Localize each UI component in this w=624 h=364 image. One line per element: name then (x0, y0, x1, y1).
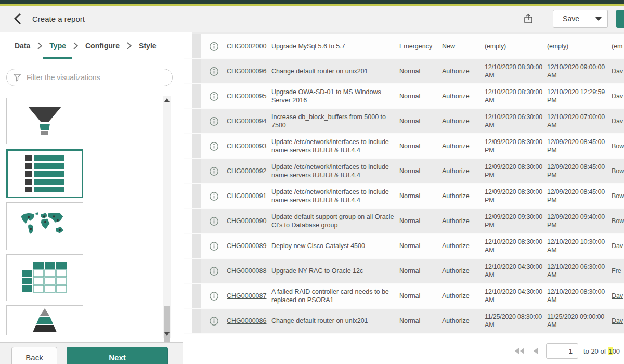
table-row[interactable]: CHG0002000 Upgrade MySql 5.6 to 5.7 Emer… (184, 34, 624, 59)
assigned-to-link[interactable]: Dav (612, 93, 624, 100)
info-button[interactable] (201, 141, 227, 151)
priority-cell: Normal (399, 292, 436, 300)
assigned-to-link[interactable]: Dav (612, 317, 624, 324)
triangle-left-icon (532, 347, 539, 355)
info-button[interactable] (201, 191, 227, 201)
row-gutter (192, 134, 201, 158)
table-row[interactable]: CHG0000086 Change default router on unix… (184, 309, 624, 334)
table-row[interactable]: CHG0000089 Deploy new Cisco Catalyst 450… (184, 234, 624, 259)
list-icon (25, 155, 64, 192)
back-button[interactable]: Back (11, 347, 57, 364)
start-date-cell: 12/10/2020 08:30:00 AM (485, 88, 546, 105)
info-circle-icon (209, 116, 219, 126)
state-cell: Authorize (442, 192, 478, 200)
change-number-link[interactable]: CHG0000090 (227, 217, 271, 225)
assigned-to-link[interactable]: Dav (612, 118, 624, 125)
change-number-link[interactable]: CHG0000094 (227, 118, 271, 125)
save-dropdown-button[interactable] (589, 10, 608, 28)
info-button[interactable] (201, 42, 227, 51)
step-type[interactable]: Type (49, 42, 66, 50)
info-button[interactable] (201, 216, 227, 226)
info-button[interactable] (201, 291, 227, 301)
filter-input[interactable] (27, 73, 166, 82)
assigned-to-link[interactable]: Fre (612, 267, 624, 275)
save-split-button: Save (553, 10, 608, 28)
row-gutter (192, 84, 201, 108)
change-number-link[interactable]: CHG0000088 (227, 267, 271, 275)
table-row[interactable]: CHG0000087 A failed RAID controller card… (184, 284, 624, 309)
state-cell: Authorize (442, 93, 478, 100)
state-cell: Authorize (442, 167, 478, 175)
run-button-partial[interactable] (616, 10, 624, 28)
page-number-input[interactable] (546, 343, 578, 359)
step-data[interactable]: Data (15, 42, 30, 50)
assigned-to-link[interactable]: Dav (612, 292, 624, 300)
share-button[interactable] (519, 10, 537, 28)
table-row[interactable]: CHG0000095 Upgrade OWA-SD-01 to MS Windo… (184, 84, 624, 109)
start-date-cell: 12/09/2020 09:30:00 PM (485, 213, 546, 229)
back-arrow-button[interactable] (7, 8, 28, 29)
assigned-to-link[interactable]: Bow (612, 192, 624, 200)
row-gutter (192, 34, 201, 58)
table-row[interactable]: CHG0000093 Update /etc/network/interface… (184, 134, 624, 159)
state-cell: New (442, 43, 478, 50)
info-circle-icon (209, 241, 219, 251)
change-number-link[interactable]: CHG0000092 (227, 167, 271, 175)
change-number-link[interactable]: CHG0000089 (227, 242, 271, 250)
state-cell: Authorize (442, 68, 478, 75)
table-row[interactable]: CHG0000091 Update /etc/network/interface… (184, 184, 624, 209)
assigned-to-link[interactable]: Bow (612, 167, 624, 175)
row-gutter (192, 309, 201, 333)
short-description-cell: Deploy new Cisco Catalyst 4500 (271, 242, 396, 250)
table-row[interactable]: CHG0000096 Change default router on unix… (184, 59, 624, 84)
viz-scrollbar[interactable] (163, 96, 171, 338)
change-number-link[interactable]: CHG0000087 (227, 292, 271, 300)
viz-world-map[interactable] (6, 202, 83, 250)
assigned-to-link[interactable]: (em (612, 43, 624, 50)
table-row[interactable]: CHG0000094 Increase db_block_buffers fro… (184, 109, 624, 134)
table-row[interactable]: CHG0000092 Update /etc/network/interface… (184, 159, 624, 184)
short-description-cell: Update /etc/network/interfaces to includ… (271, 188, 396, 204)
info-button[interactable] (201, 316, 227, 326)
step-configure[interactable]: Configure (85, 42, 120, 50)
step-style[interactable]: Style (139, 42, 156, 50)
short-description-cell: Change default router on unix201 (271, 67, 396, 75)
assigned-to-link[interactable]: Dav (612, 242, 624, 250)
table-row[interactable]: CHG0000088 Upgrade NY RAC to Oracle 12c … (184, 259, 624, 284)
viz-pivot-table[interactable] (6, 254, 83, 301)
change-number-link[interactable]: CHG0000091 (227, 192, 271, 200)
scroll-down-icon[interactable] (163, 330, 171, 338)
row-pad (184, 309, 192, 333)
previous-page-button[interactable] (532, 347, 539, 355)
info-circle-icon (209, 191, 219, 201)
viz-list-selected[interactable] (6, 149, 83, 198)
scroll-up-icon[interactable] (163, 96, 171, 104)
short-description-cell: Upgrade NY RAC to Oracle 12c (271, 267, 396, 275)
info-circle-icon (209, 316, 219, 326)
short-description-cell: Increase db_block_buffers from 5000 to 7… (271, 113, 396, 129)
info-button[interactable] (201, 166, 227, 176)
info-circle-icon (209, 92, 219, 101)
change-number-link[interactable]: CHG0002000 (227, 43, 271, 50)
change-number-link[interactable]: CHG0000096 (227, 68, 271, 75)
info-button[interactable] (201, 266, 227, 276)
state-cell: Authorize (442, 242, 478, 250)
viz-pyramid[interactable] (6, 305, 83, 335)
change-number-link[interactable]: CHG0000095 (227, 93, 271, 100)
change-number-link[interactable]: CHG0000093 (227, 142, 271, 150)
change-number-link[interactable]: CHG0000086 (227, 317, 271, 324)
info-button[interactable] (201, 116, 227, 126)
assigned-to-link[interactable]: Bow (612, 142, 624, 150)
save-button[interactable]: Save (553, 10, 589, 28)
info-button[interactable] (201, 67, 227, 76)
table-row[interactable]: CHG0000090 Update default support group … (184, 209, 624, 234)
assigned-to-link[interactable]: Bow (612, 217, 624, 225)
info-button[interactable] (201, 92, 227, 101)
info-button[interactable] (201, 241, 227, 251)
info-circle-icon (209, 166, 219, 176)
next-button[interactable]: Next (67, 347, 168, 364)
double-triangle-left-icon (514, 347, 525, 355)
assigned-to-link[interactable]: Dav (612, 68, 624, 75)
first-page-button[interactable] (514, 347, 525, 355)
viz-funnel-chart[interactable] (6, 98, 83, 144)
